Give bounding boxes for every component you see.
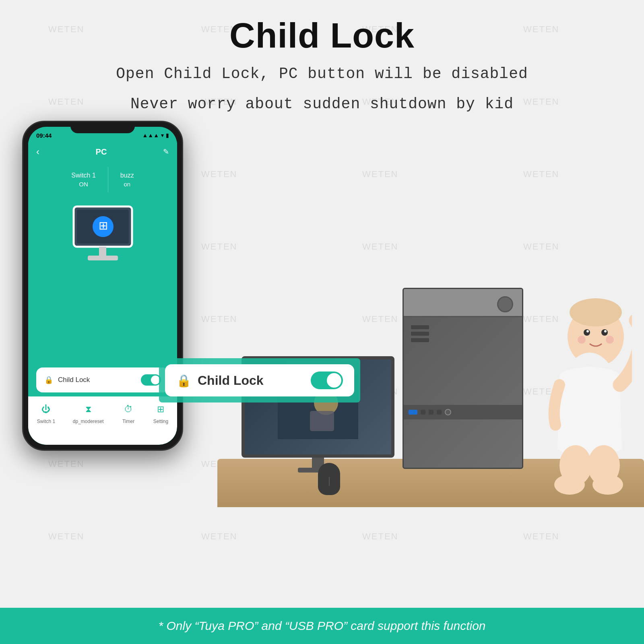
pc-icon-area: ⊞ <box>66 201 139 270</box>
switch2-name: buzz <box>120 172 134 179</box>
content-area: 09:44 ▲▲▲ ▾ ▮ ‹ PC ✎ Switch 1 <box>0 105 644 588</box>
nav-switch1-label: Switch 1 <box>37 419 55 424</box>
mouse-scroll-line <box>329 477 330 486</box>
usb-port <box>429 410 433 415</box>
child-lock-label-phone: Child Lock <box>58 376 90 384</box>
nav-timer-label: Timer <box>122 419 134 424</box>
audio-port <box>437 410 442 415</box>
phone-switches: Switch 1 ON buzz on <box>28 167 177 192</box>
lock-icon-phone: 🔒 <box>44 376 53 384</box>
switch2-state: on <box>120 181 134 188</box>
signal-icon: ▲▲▲ <box>142 132 159 138</box>
tower-drive-bays <box>411 325 429 342</box>
footer-bar: * Only “Tuya PRO” and “USB PRO” card sup… <box>0 608 644 644</box>
child-lock-row-phone[interactable]: 🔒 Child Lock <box>36 367 169 392</box>
usb-port <box>421 410 425 415</box>
svg-point-15 <box>578 336 586 344</box>
phone-notch <box>70 122 135 133</box>
child-lock-popup: 🔒 Child Lock <box>159 358 360 402</box>
svg-rect-8 <box>310 411 334 431</box>
usb-port-blue <box>409 410 417 415</box>
dp-icon: ⧗ <box>81 402 95 417</box>
svg-point-20 <box>554 475 585 495</box>
popup-inner: 🔒 Child Lock <box>165 364 354 396</box>
battery-icon: ▮ <box>166 132 169 138</box>
drive-bay <box>411 332 429 336</box>
child-lock-label-popup: Child Lock <box>198 373 264 388</box>
power-button-tower[interactable] <box>445 409 451 415</box>
drive-bay <box>411 338 429 342</box>
pc-setup-scene <box>217 105 644 547</box>
svg-text:⊞: ⊞ <box>98 219 107 232</box>
child-lock-toggle-popup[interactable] <box>311 372 343 389</box>
drive-bay <box>411 325 429 329</box>
tower-circle-button <box>497 296 513 312</box>
tower-pc <box>402 288 523 469</box>
svg-point-12 <box>601 329 608 336</box>
wifi-icon: ▾ <box>161 132 164 138</box>
bottom-nav-dp[interactable]: ⧗ dp_modereset <box>73 402 104 424</box>
svg-point-10 <box>570 298 622 326</box>
status-icons: ▲▲▲ ▾ ▮ <box>142 132 169 138</box>
child-lock-toggle-phone[interactable] <box>141 374 161 386</box>
nav-dp-label: dp_modereset <box>73 419 104 424</box>
svg-point-13 <box>586 330 589 332</box>
svg-point-14 <box>604 330 607 332</box>
switch1-state: ON <box>71 181 95 188</box>
svg-rect-4 <box>99 247 106 256</box>
bottom-nav-timer[interactable]: ⏱ Timer <box>121 402 136 424</box>
switch-item-2: buzz on <box>108 167 146 192</box>
power-icon: ⏻ <box>39 402 53 417</box>
svg-point-16 <box>606 336 614 344</box>
svg-point-11 <box>584 329 590 336</box>
lock-icon-popup: 🔒 <box>176 374 191 388</box>
pc-monitor-icon: ⊞ <box>70 204 136 267</box>
status-time: 09:44 <box>36 132 52 139</box>
bottom-nav-switch1[interactable]: ⏻ Switch 1 <box>37 402 55 424</box>
baby-svg <box>527 296 632 506</box>
switch1-name: Switch 1 <box>71 172 95 179</box>
baby-figure <box>527 296 632 507</box>
back-button[interactable]: ‹ <box>36 146 39 157</box>
switch-item-1: Switch 1 ON <box>59 167 108 192</box>
mouse <box>318 463 340 495</box>
page-title: Child Lock <box>0 16 644 55</box>
subtitle-line2: Never worry about sudden shutdown by kid <box>0 93 644 116</box>
nav-setting-label: Setting <box>153 419 168 424</box>
phone-nav-bar: ‹ PC ✎ <box>28 141 177 162</box>
footer-text: * Only “Tuya PRO” and “USB PRO” card sup… <box>158 619 485 633</box>
edit-button[interactable]: ✎ <box>163 147 169 156</box>
svg-rect-5 <box>88 256 118 260</box>
phone-screen: 09:44 ▲▲▲ ▾ ▮ ‹ PC ✎ Switch 1 <box>28 127 177 445</box>
bottom-nav-setting[interactable]: ⊞ Setting <box>153 402 168 424</box>
nav-title: PC <box>96 147 107 157</box>
popup-left: 🔒 Child Lock <box>176 373 264 388</box>
phone-bottom-nav: ⏻ Switch 1 ⧗ dp_modereset ⏱ Timer ⊞ Sett… <box>28 396 177 445</box>
svg-point-21 <box>592 475 623 495</box>
setting-icon: ⊞ <box>153 402 168 417</box>
subtitle-line1: Open Child Lock, PC button will be disab… <box>0 62 644 85</box>
header: Child Lock Open Child Lock, PC button wi… <box>0 0 644 116</box>
timer-icon: ⏱ <box>121 402 136 417</box>
tower-top-strip <box>404 289 522 317</box>
tower-usb-area <box>404 405 522 419</box>
